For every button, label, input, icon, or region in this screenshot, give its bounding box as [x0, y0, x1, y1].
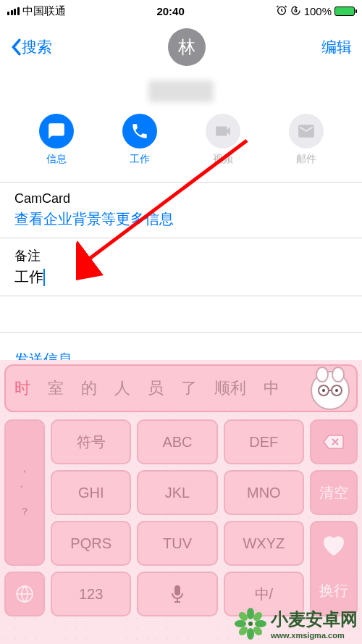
globe-icon — [15, 585, 34, 603]
back-label: 搜索 — [22, 37, 52, 57]
svg-point-5 — [332, 367, 344, 382]
watermark-logo — [235, 608, 266, 640]
key-ghi[interactable]: GHI — [51, 470, 131, 515]
nav-bar: 搜索 林 编辑 — [0, 20, 362, 72]
suggestion-item[interactable]: 时 — [14, 377, 30, 399]
text-cursor — [43, 269, 45, 286]
svg-rect-1 — [295, 9, 297, 12]
mic-icon — [170, 584, 185, 604]
notes-input[interactable]: 工作 — [14, 267, 348, 287]
backspace-icon — [323, 434, 345, 450]
voice-key[interactable] — [137, 572, 217, 616]
key-pqrs[interactable]: PQRS — [51, 521, 131, 566]
watermark-url: www.xmsigma.com — [271, 631, 358, 640]
keyboard: 时 室 的 人 员 了 顺利 中 ，。？ 符号 ABC DEF GHI JKL … — [0, 360, 362, 644]
key-abc[interactable]: ABC — [137, 419, 217, 464]
phone-icon — [122, 114, 157, 149]
svg-point-13 — [248, 622, 253, 626]
suggestion-item[interactable]: 中 — [264, 377, 279, 399]
suggestion-item[interactable]: 室 — [48, 377, 64, 399]
key-def[interactable]: DEF — [224, 419, 304, 464]
battery-pct: 100% — [304, 5, 332, 17]
svg-point-15 — [255, 620, 266, 627]
edit-button[interactable]: 编辑 — [321, 37, 352, 57]
watermark: 小麦安卓网 www.xmsigma.com — [235, 608, 358, 640]
suggestion-item[interactable]: 的 — [81, 377, 97, 399]
action-label: 邮件 — [296, 153, 316, 166]
notes-section[interactable]: 备注 工作 — [0, 238, 362, 296]
action-label: 视频 — [213, 153, 233, 166]
svg-point-16 — [247, 628, 254, 640]
key-123[interactable]: 123 — [51, 572, 131, 616]
action-label: 信息 — [46, 153, 67, 166]
notes-value: 工作 — [14, 267, 43, 287]
enter-key[interactable]: 换行 — [310, 521, 358, 616]
punct-key[interactable]: ，。？ — [4, 419, 45, 566]
key-symbols[interactable]: 符号 — [51, 419, 131, 464]
video-icon — [206, 114, 240, 149]
globe-key[interactable] — [4, 572, 45, 616]
backspace-key[interactable] — [310, 419, 358, 464]
video-action: 视频 — [206, 114, 240, 166]
message-icon — [39, 114, 74, 149]
camcard-title: CamCard — [14, 191, 348, 206]
key-wxyz[interactable]: WXYZ — [224, 521, 304, 566]
mail-action: 邮件 — [289, 114, 324, 166]
time-label: 20:40 — [156, 5, 184, 17]
message-action[interactable]: 信息 — [39, 114, 74, 166]
battery-icon — [334, 7, 355, 16]
suggestion-item[interactable]: 人 — [114, 377, 130, 399]
svg-point-14 — [247, 608, 254, 619]
back-button[interactable]: 搜索 — [10, 37, 52, 57]
chevron-left-icon — [10, 38, 22, 56]
call-action[interactable]: 工作 — [122, 114, 157, 166]
actions-row: 信息 工作 视频 邮件 — [0, 114, 362, 183]
key-tuv[interactable]: TUV — [137, 521, 217, 566]
suggestion-item[interactable]: 员 — [148, 377, 164, 399]
contact-name-blurred — [148, 80, 214, 102]
carrier-label: 中国联通 — [22, 4, 66, 18]
spacer — [0, 296, 362, 333]
notes-label: 备注 — [14, 247, 348, 264]
svg-point-17 — [235, 620, 246, 627]
avatar[interactable]: 林 — [168, 28, 206, 66]
status-bar: 中国联通 20:40 100% — [0, 0, 362, 20]
heart-icon — [319, 531, 348, 560]
svg-rect-12 — [174, 585, 180, 595]
signal-icon — [7, 7, 20, 15]
svg-point-4 — [316, 367, 328, 382]
watermark-text: 小麦安卓网 — [271, 608, 358, 631]
clear-key[interactable]: 清空 — [310, 470, 358, 515]
action-label: 工作 — [130, 153, 150, 166]
svg-point-10 — [335, 389, 338, 392]
camcard-link: 查看企业背景等更多信息 — [14, 209, 348, 229]
key-mno[interactable]: MNO — [224, 470, 304, 515]
suggestion-item[interactable]: 顺利 — [214, 377, 246, 399]
camcard-section[interactable]: CamCard 查看企业背景等更多信息 — [0, 183, 362, 238]
rotation-lock-icon — [290, 5, 301, 18]
key-grid: ，。？ 符号 ABC DEF GHI JKL MNO 清空 PQRS TUV W… — [0, 412, 362, 621]
mail-icon — [289, 114, 324, 149]
keyboard-mascot — [304, 361, 356, 414]
alarm-icon — [276, 4, 287, 18]
key-jkl[interactable]: JKL — [137, 470, 217, 515]
svg-point-9 — [322, 389, 325, 392]
suggestion-item[interactable]: 了 — [181, 377, 197, 399]
